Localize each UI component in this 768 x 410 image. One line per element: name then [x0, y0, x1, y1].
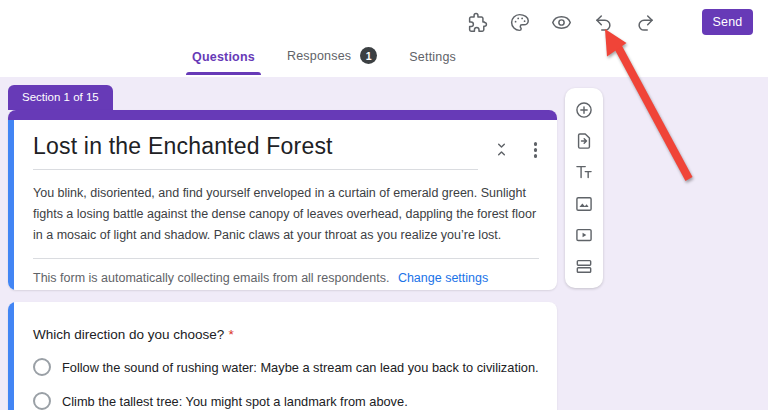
divider: [33, 258, 539, 259]
top-app-bar: Send Questions Responses 1 Settings: [0, 0, 768, 77]
radio-option-row: Climb the tallest tree: You might spot a…: [33, 392, 539, 410]
palette-icon[interactable]: [506, 9, 532, 35]
topbar-actions: [464, 9, 658, 35]
section-badge: Section 1 of 15: [8, 85, 113, 110]
tab-questions-label: Questions: [192, 50, 255, 64]
email-collection-notice: This form is automatically collecting em…: [33, 271, 389, 285]
form-description[interactable]: You blink, disoriented, and find yoursel…: [33, 183, 548, 246]
card-accent-strip: [8, 110, 557, 120]
required-asterisk: *: [228, 327, 233, 342]
add-image-icon[interactable]: [574, 194, 594, 214]
add-video-icon[interactable]: [574, 225, 594, 245]
responses-count-badge: 1: [360, 47, 377, 64]
preview-eye-icon[interactable]: [548, 9, 574, 35]
form-title-card[interactable]: Lost in the Enchanted Forest You blink, …: [8, 110, 557, 290]
form-title[interactable]: Lost in the Enchanted Forest: [33, 133, 478, 170]
tab-settings[interactable]: Settings: [407, 50, 458, 77]
extensions-icon[interactable]: [464, 9, 490, 35]
tab-responses[interactable]: Responses 1: [285, 47, 379, 77]
question-text[interactable]: Which direction do you choose?: [33, 327, 224, 342]
form-tabs: Questions Responses 1 Settings: [190, 47, 458, 77]
tab-responses-label: Responses: [287, 49, 351, 63]
redo-icon[interactable]: [632, 9, 658, 35]
change-settings-link[interactable]: Change settings: [398, 271, 488, 285]
add-question-icon[interactable]: [574, 100, 594, 120]
radio-button[interactable]: [33, 358, 51, 376]
radio-option-label[interactable]: Follow the sound of rushing water: Maybe…: [62, 360, 539, 375]
tab-questions[interactable]: Questions: [190, 50, 257, 77]
question-card[interactable]: Which direction do you choose?* Follow t…: [8, 302, 557, 410]
radio-option-label[interactable]: Climb the tallest tree: You might spot a…: [62, 394, 408, 409]
form-canvas: Section 1 of 15 Lost in the Enchanted Fo…: [0, 77, 768, 410]
question-toolbar: [565, 88, 603, 288]
radio-option-row: Follow the sound of rushing water: Maybe…: [33, 358, 539, 376]
send-button[interactable]: Send: [702, 9, 753, 35]
tab-settings-label: Settings: [409, 50, 456, 64]
radio-button[interactable]: [33, 392, 51, 410]
collapse-section-icon[interactable]: [493, 141, 510, 158]
add-title-icon[interactable]: [574, 162, 594, 182]
add-section-icon[interactable]: [574, 256, 594, 276]
undo-icon[interactable]: [590, 9, 616, 35]
more-options-icon[interactable]: [532, 141, 540, 159]
import-questions-icon[interactable]: [574, 131, 594, 151]
